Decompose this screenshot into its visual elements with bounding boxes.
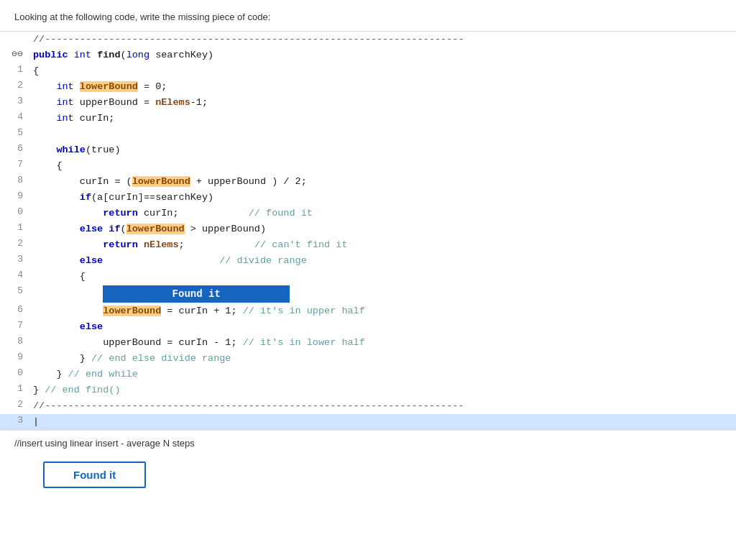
bottom-comment: //insert using linear insert - average N…: [0, 430, 736, 456]
code-line: 2 return nElems; // can't find it: [0, 237, 736, 253]
line-content: lowerBound = curIn + 1; // it's in upper…: [30, 304, 736, 318]
line-num: 1: [0, 383, 30, 394]
code-line: 5 Found it: [0, 285, 736, 303]
code-line: 0 } // end while: [0, 367, 736, 382]
line-content: [30, 127, 736, 142]
code-line: ⊖⊖ public int find(long searchKey): [0, 47, 736, 63]
line-content: int upperBound = nElems-1;: [30, 96, 736, 110]
line-content: {: [30, 270, 736, 284]
code-line: 5: [0, 127, 736, 142]
line-num: 4: [0, 111, 30, 122]
line-content: public int find(long searchKey): [30, 48, 736, 63]
line-num: 7: [0, 159, 30, 170]
line-num: 1: [0, 64, 30, 75]
code-line: 2 int lowerBound = 0;: [0, 79, 736, 95]
line-num: 6: [0, 304, 30, 315]
code-line: 4 {: [0, 269, 736, 285]
line-num: 5: [0, 285, 30, 296]
line-num: 9: [0, 191, 30, 201]
line-content: //--------------------------------------…: [30, 399, 736, 413]
code-line: 1 else if(lowerBound > upperBound): [0, 221, 736, 237]
line-content: return nElems; // can't find it: [30, 238, 736, 252]
line-content: else if(lowerBound > upperBound): [30, 222, 736, 237]
question-box: Found it: [103, 285, 290, 303]
line-content: else: [30, 320, 736, 334]
line-num: 2: [0, 238, 30, 249]
found-it-area: Found it: [0, 456, 736, 491]
code-line: //--------------------------------------…: [0, 32, 736, 47]
line-content: |: [30, 415, 736, 429]
code-line: 9 if(a[curIn]==searchKey): [0, 190, 736, 206]
line-content: //--------------------------------------…: [30, 32, 736, 47]
code-line: 6 while(true): [0, 142, 736, 158]
line-content: int lowerBound = 0;: [30, 80, 736, 94]
line-content: } // end find(): [30, 383, 736, 398]
line-num: 6: [0, 143, 30, 154]
code-line: 6 lowerBound = curIn + 1; // it's in upp…: [0, 303, 736, 319]
line-content: upperBound = curIn - 1; // it's in lower…: [30, 336, 736, 350]
line-content: else // divide range: [30, 254, 736, 268]
line-num: 3: [0, 415, 30, 426]
line-num: 4: [0, 270, 30, 280]
code-line: 3 int upperBound = nElems-1;: [0, 95, 736, 111]
code-line-cursor: 3 |: [0, 414, 736, 430]
code-line: 7 {: [0, 158, 736, 174]
line-num: 8: [0, 336, 30, 346]
code-line: 0 return curIn; // found it: [0, 206, 736, 221]
line-content: curIn = (lowerBound + upperBound ) / 2;: [30, 175, 736, 189]
page-container: Looking at the following code, write the…: [0, 0, 736, 560]
line-content: if(a[curIn]==searchKey): [30, 191, 736, 205]
line-num: 2: [0, 399, 30, 410]
line-content: return curIn; // found it: [30, 206, 736, 221]
line-num: 0: [0, 367, 30, 378]
line-content: int curIn;: [30, 111, 736, 126]
line-content: {: [30, 64, 736, 78]
code-line: 9 } // end else divide range: [0, 351, 736, 367]
code-line: 8 curIn = (lowerBound + upperBound ) / 2…: [0, 174, 736, 190]
line-num: 1: [0, 222, 30, 233]
line-content: } // end else divide range: [30, 352, 736, 366]
code-line: 4 int curIn;: [0, 111, 736, 127]
line-num: 3: [0, 96, 30, 106]
code-line: 7 else: [0, 319, 736, 335]
line-content: while(true): [30, 143, 736, 157]
code-line: 3 else // divide range: [0, 253, 736, 269]
line-num: 3: [0, 254, 30, 265]
code-line: 2 //------------------------------------…: [0, 398, 736, 414]
code-area: //--------------------------------------…: [0, 31, 736, 430]
code-line: 8 upperBound = curIn - 1; // it's in low…: [0, 335, 736, 351]
line-content: {: [30, 159, 736, 173]
code-line: 1 {: [0, 63, 736, 79]
line-num: 2: [0, 80, 30, 91]
found-it-button[interactable]: Found it: [43, 462, 146, 488]
line-content: } // end while: [30, 367, 736, 382]
question-text: Looking at the following code, write the…: [0, 12, 736, 31]
code-line: 1 } // end find(): [0, 382, 736, 398]
line-num: ⊖⊖: [0, 48, 30, 60]
line-num: 5: [0, 127, 30, 138]
line-num: 8: [0, 175, 30, 185]
line-num: 7: [0, 320, 30, 331]
line-num: 0: [0, 206, 30, 217]
line-num: 9: [0, 352, 30, 362]
line-content: Found it: [30, 285, 736, 303]
